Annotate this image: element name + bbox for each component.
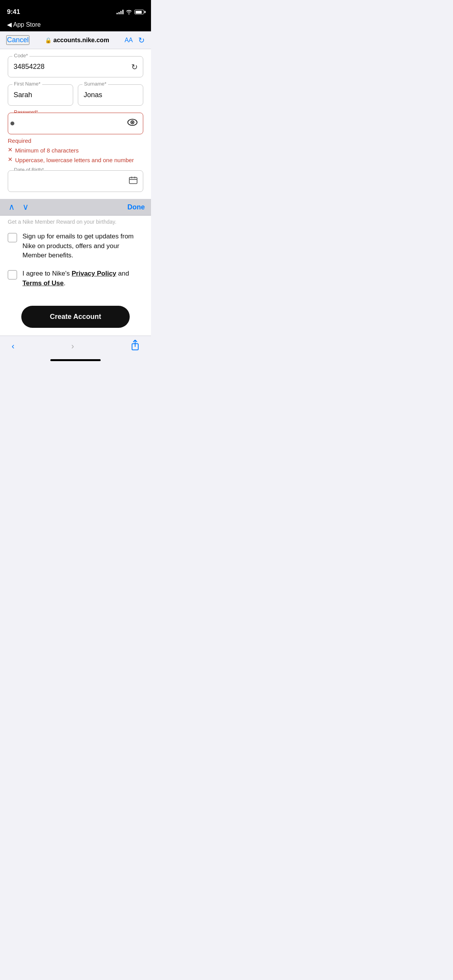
keyboard-nav: ∧ ∨ bbox=[6, 202, 31, 212]
code-input[interactable] bbox=[8, 56, 143, 77]
signal-icon bbox=[117, 10, 124, 14]
lock-icon: 🔒 bbox=[45, 37, 51, 43]
email-signup-row: Sign up for emails to get updates from N… bbox=[8, 232, 143, 260]
privacy-policy-link[interactable]: Privacy Policy bbox=[72, 270, 116, 277]
password-dot bbox=[10, 122, 14, 125]
bottom-browser-bar: ‹ › bbox=[0, 336, 151, 356]
dob-input[interactable] bbox=[8, 170, 143, 192]
birthday-hint: Get a Nike Member Reward on your birthda… bbox=[0, 216, 151, 226]
browser-back-button[interactable]: ‹ bbox=[12, 341, 14, 351]
privacy-checkbox[interactable] bbox=[8, 270, 17, 279]
status-time: 9:41 bbox=[7, 8, 20, 16]
status-icons bbox=[117, 10, 144, 14]
birthday-hint-text: Get a Nike Member Reward on your birthda… bbox=[8, 219, 117, 225]
keyboard-toolbar: ∧ ∨ Done bbox=[0, 199, 151, 216]
email-signup-text: Sign up for emails to get updates from N… bbox=[22, 232, 143, 260]
min-chars-error: ✕ Minimum of 8 characters bbox=[8, 146, 143, 154]
cancel-button[interactable]: Cancel bbox=[6, 35, 29, 45]
url-text: accounts.nike.com bbox=[53, 37, 109, 44]
dob-icon bbox=[129, 176, 137, 186]
surname-field-group: Surname* bbox=[78, 84, 143, 106]
code-label: Code* bbox=[12, 53, 29, 58]
keyboard-done-button[interactable]: Done bbox=[127, 203, 145, 211]
browser-controls: AA ↻ bbox=[125, 36, 145, 45]
svg-point-2 bbox=[132, 122, 133, 123]
surname-label: Surname* bbox=[82, 81, 108, 87]
home-bar bbox=[50, 359, 101, 361]
home-indicator bbox=[0, 356, 151, 363]
app-store-label[interactable]: App Store bbox=[13, 21, 41, 28]
privacy-text: I agree to Nike's Privacy Policy and Ter… bbox=[22, 269, 143, 288]
surname-input[interactable] bbox=[78, 84, 143, 106]
create-account-button[interactable]: Create Account bbox=[21, 306, 130, 328]
code-field-group: Code* ↻ bbox=[8, 56, 143, 77]
show-password-icon[interactable] bbox=[127, 118, 137, 128]
complexity-error: ✕ Uppercase, lowercase letters and one n… bbox=[8, 155, 143, 163]
dob-field-group: Date of Birth* bbox=[8, 170, 143, 192]
refresh-icon[interactable]: ↻ bbox=[131, 62, 138, 72]
keyboard-prev-button[interactable]: ∧ bbox=[6, 202, 17, 212]
browser-url-bar[interactable]: 🔒 accounts.nike.com bbox=[45, 37, 109, 44]
error-x-icon-2: ✕ bbox=[8, 156, 13, 163]
reload-button[interactable]: ↻ bbox=[138, 36, 145, 45]
create-btn-container: Create Account bbox=[0, 302, 151, 336]
password-errors: Required ✕ Minimum of 8 characters ✕ Upp… bbox=[8, 137, 143, 163]
share-button[interactable] bbox=[131, 340, 139, 353]
required-error: Required bbox=[8, 137, 143, 144]
svg-rect-3 bbox=[129, 178, 137, 184]
form-content: Code* ↻ First Name* Surname* Password* bbox=[0, 49, 151, 199]
password-input-wrapper[interactable] bbox=[8, 113, 143, 134]
text-size-button[interactable]: AA bbox=[125, 37, 133, 44]
password-field-group: Password* bbox=[8, 113, 143, 134]
name-row: First Name* Surname* bbox=[8, 84, 143, 106]
browser-nav-bar: Cancel 🔒 accounts.nike.com AA ↻ bbox=[0, 31, 151, 49]
checkboxes-section: Sign up for emails to get updates from N… bbox=[0, 226, 151, 302]
email-signup-checkbox[interactable] bbox=[8, 233, 17, 242]
wifi-icon bbox=[126, 10, 132, 14]
battery-icon bbox=[134, 10, 144, 14]
back-arrow-icon: ◀ bbox=[7, 21, 12, 28]
complexity-text: Uppercase, lowercase letters and one num… bbox=[15, 157, 134, 163]
status-bar: 9:41 bbox=[0, 0, 151, 19]
keyboard-next-button[interactable]: ∨ bbox=[20, 202, 31, 212]
privacy-row: I agree to Nike's Privacy Policy and Ter… bbox=[8, 269, 143, 288]
first-name-field-group: First Name* bbox=[8, 84, 73, 106]
first-name-input[interactable] bbox=[8, 84, 73, 106]
min-chars-text: Minimum of 8 characters bbox=[15, 147, 79, 154]
terms-link[interactable]: Terms of Use bbox=[22, 279, 63, 287]
error-x-icon-1: ✕ bbox=[8, 146, 13, 153]
first-name-label: First Name* bbox=[12, 81, 42, 87]
app-store-bar: ◀ App Store bbox=[0, 19, 151, 31]
browser-forward-button[interactable]: › bbox=[71, 341, 74, 351]
